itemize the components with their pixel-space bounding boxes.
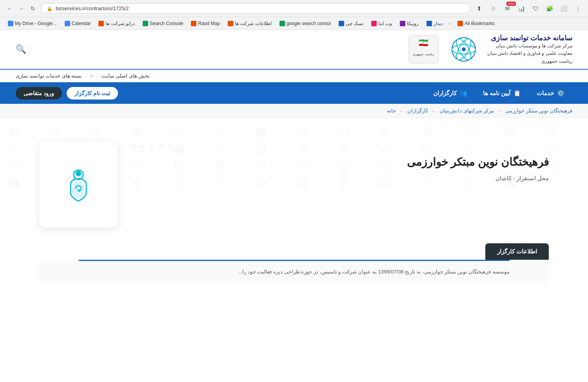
folder-icon — [98, 21, 104, 26]
logo-title: سامانه خدمات توانمند سازی — [487, 34, 572, 42]
bookmark-google-search-label: google search consol — [287, 21, 331, 26]
secondary-nav-main[interactable]: بخش های اصلی سایت — [102, 73, 150, 79]
breadcrumb-kbsb[interactable]: مرکز شرکتهای دانش‌بنیان — [439, 108, 494, 114]
logo-text: سامانه خدمات توانمند سازی مرکز شرکت ها و… — [487, 34, 572, 65]
bookmark-didar[interactable]: دیدار — [423, 20, 446, 27]
secondary-nav-chevron: ∨ — [90, 73, 94, 79]
info-content-text: موسسه فرهیختگان نوین مبتکر خوارزمی، به ت… — [238, 269, 510, 275]
info-tab-button[interactable]: اطلاعات کارگزار — [485, 243, 549, 260]
extensions-puzzle-button[interactable]: 🧩 — [544, 3, 555, 14]
back-button[interactable]: ← — [5, 4, 14, 13]
breadcrumb-arrow-2: ← — [431, 108, 436, 114]
nav-buttons[interactable]: ← → ↻ — [5, 4, 38, 13]
bookmark-button[interactable]: ☆ — [488, 3, 499, 14]
main-content: 🏢📊 🔗🏭 📈🏗️ 💼🔧 📋🏦 ⚙️🔑 🏢📊 🔗🏭 📈🏗️ 💼🔧 📋🏦 ⚙️🔑 … — [0, 118, 588, 322]
login-button[interactable]: ورود متقاضی — [16, 87, 62, 100]
calendar-icon — [65, 21, 70, 26]
extension-bar-button[interactable]: 📊 — [516, 3, 527, 14]
bookmark-ettelaat[interactable]: اطلاعات شرکت ها — [225, 20, 275, 27]
rubika-icon — [400, 21, 405, 26]
ettelaat-icon — [228, 21, 233, 26]
breadcrumb: فرهیختگان نوین مبتکر خوارزمی ← مرکز شرکت… — [0, 104, 588, 118]
location-value: کاشان — [495, 175, 512, 181]
extension-shield-button[interactable]: 🛡 — [530, 3, 541, 14]
forward-button[interactable]: → — [16, 4, 26, 13]
bookmark-darayo-label: درایو شرکت ها — [105, 21, 135, 26]
bookmark-all-label: All Bookmarks — [465, 21, 495, 26]
bookmarks-separator: » — [449, 21, 452, 26]
star-1: ☆ — [129, 141, 136, 151]
share-button[interactable]: ⬆ — [474, 3, 485, 14]
logo-subtitle-line4: ریاست جمهوری — [487, 58, 572, 65]
bookmark-google-search[interactable]: google search consol — [276, 20, 334, 27]
bookmark-my-drive-label: My Drive - Google... — [15, 21, 57, 26]
site-logo-graphic — [448, 34, 479, 65]
reload-button[interactable]: ↻ — [28, 4, 38, 13]
bookmark-rubika[interactable]: روبیکا — [397, 20, 422, 27]
bookmarks-bar: My Drive - Google... Calendar درایو شرکت… — [0, 17, 588, 30]
company-name: فرهیختگان نوین مبتکر خوارزمی — [129, 156, 549, 168]
bookmark-webibna[interactable]: وب ابنا — [368, 20, 395, 27]
bookmark-raod-map-label: Raod Map — [198, 21, 220, 26]
breadcrumb-arrow-3: ← — [497, 108, 502, 114]
bookmark-rubika-label: روبیکا — [407, 21, 419, 26]
menu-button[interactable]: ⋮ — [572, 3, 583, 14]
regulations-label: آیین نامه ها — [483, 90, 510, 97]
register-button[interactable]: ثبت نام کارگزار — [67, 87, 118, 100]
raod-map-icon — [191, 21, 196, 26]
company-info: ☆ ☆ ☆ ☆ ☆ فرهیختگان نوین مبتکر خوارزمی م… — [129, 141, 549, 182]
company-location: محل استقرار : کاشان — [129, 175, 549, 182]
location-separator: : — [512, 175, 515, 181]
bookmark-didar-label: دیدار — [434, 21, 443, 26]
info-section: اطلاعات کارگزار موسسه فرهیختگان نوین مبت… — [0, 243, 588, 290]
services-label: خدمات — [537, 90, 554, 97]
logo-subtitle-line3: معاونت علمی و فناوری و اقتصاد دانش بنیان — [487, 50, 572, 57]
all-bookmarks-icon — [457, 21, 463, 26]
secondary-nav-services[interactable]: بسته های خدمات توانمند سازی — [16, 73, 82, 79]
info-content: موسسه فرهیختگان نوین مبتکر خوارزمی، به ت… — [39, 261, 549, 282]
company-rating: ☆ ☆ ☆ ☆ ☆ — [129, 141, 549, 151]
breadcrumb-arrow-1: ← — [399, 108, 404, 114]
bookmark-task[interactable]: تسک چی — [336, 20, 367, 27]
company-logo-box — [39, 141, 118, 228]
bookmark-search-console-label: Search Console — [150, 21, 183, 26]
google-drive-icon — [8, 21, 13, 26]
location-label: محل استقرار — [517, 175, 549, 181]
bookmark-raod-map[interactable]: Raod Map — [188, 20, 223, 27]
svg-point-4 — [462, 47, 466, 51]
services-icon: ⚙️ — [557, 90, 564, 97]
star-5: ☆ — [167, 141, 174, 151]
breadcrumb-contractors[interactable]: کارگزاران — [407, 108, 428, 114]
address-bar[interactable]: 🔒 bizservices.ir/contractors/1725/2 — [41, 3, 470, 14]
bookmark-my-drive[interactable]: My Drive - Google... — [5, 20, 60, 27]
breadcrumb-company[interactable]: فرهیختگان نوین مبتکر خوارزمی — [505, 108, 572, 114]
bookmark-search-console[interactable]: Search Console — [140, 20, 186, 27]
site-header: 🔍 سامانه خدمات توانمند سازی مرکز شرکت ها… — [0, 30, 588, 70]
bookmark-task-label: تسک چی — [346, 21, 363, 26]
bookmark-all[interactable]: All Bookmarks — [454, 20, 498, 27]
star-3: ☆ — [148, 141, 155, 151]
search-icon[interactable]: 🔍 — [16, 44, 26, 54]
nav-buttons-auth: ثبت نام کارگزار ورود متقاضی — [16, 87, 118, 100]
bookmark-calendar-label: Calendar — [72, 21, 91, 26]
svg-text:ریاست جمهوری: ریاست جمهوری — [413, 53, 434, 56]
nav-item-services[interactable]: ⚙️ خدمات — [529, 82, 572, 104]
lock-icon: 🔒 — [47, 6, 53, 11]
extension-mail-button[interactable]: ✉ — [502, 3, 513, 14]
bookmark-calendar[interactable]: Calendar — [62, 20, 94, 27]
bookmark-darayo[interactable]: درایو شرکت ها — [95, 20, 138, 27]
browser-action-buttons: ⬆ ☆ ✉ 📊 🛡 🧩 ⬜ ⋮ — [474, 3, 583, 14]
svg-text:🇮🇷: 🇮🇷 — [418, 38, 428, 47]
gsearch-icon — [279, 21, 285, 26]
profile-button[interactable]: ⬜ — [558, 3, 569, 14]
nav-item-regulations[interactable]: 📋 آیین نامه ها — [475, 82, 529, 104]
breadcrumb-home[interactable]: خانه — [387, 108, 396, 114]
svg-point-9 — [76, 171, 81, 176]
nav-item-contractors[interactable]: 👥 کارگزاران — [425, 82, 475, 104]
browser-chrome: ← → ↻ 🔒 bizservices.ir/contractors/1725/… — [0, 0, 588, 17]
nav-items: ⚙️ خدمات 📋 آیین نامه ها 👥 کارگزاران — [425, 82, 572, 104]
bookmark-ettelaat-label: اطلاعات شرکت ها — [235, 21, 272, 26]
regulations-icon: 📋 — [514, 90, 521, 97]
star-2: ☆ — [139, 141, 146, 151]
star-4: ☆ — [158, 141, 165, 151]
